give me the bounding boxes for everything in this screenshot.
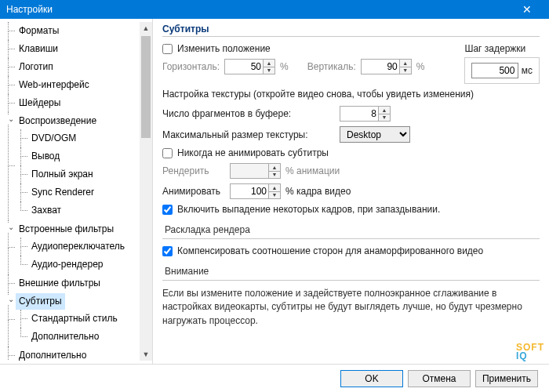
spinner[interactable]: ▲▼ [269, 163, 281, 179]
animate-label: Анимировать [162, 186, 225, 197]
tree-item[interactable]: Дополнительно [28, 328, 102, 345]
divider [162, 280, 540, 281]
dialog-footer: OK Отмена Применить [0, 364, 549, 392]
never-animate-checkbox[interactable] [162, 148, 173, 158]
never-animate-label: Никогда не анимировать субтитры [177, 147, 329, 158]
tree-item[interactable]: Web-интерфейс [16, 77, 93, 93]
tree-item[interactable]: Встроенные фильтры [16, 221, 117, 238]
cancel-button[interactable]: Отмена [408, 370, 471, 387]
tree-item[interactable]: Захват [28, 202, 64, 219]
buffer-label: Число фрагментов в буфере: [162, 108, 335, 119]
nav-tree: Форматы Клавиши Логотип Web-интерфейс Ше… [0, 22, 152, 361]
vertical-input[interactable] [361, 59, 400, 74]
tree-item[interactable]: Стандартный стиль [28, 310, 121, 327]
tree-item[interactable]: Логотип [16, 59, 56, 75]
ok-button[interactable]: OK [340, 370, 403, 387]
compensate-label: Компенсировать соотношение сторон для ан… [177, 245, 483, 256]
titlebar: Настройки ✕ [0, 0, 549, 19]
nav-tree-pane: Форматы Клавиши Логотип Web-интерфейс Ше… [0, 19, 153, 364]
vertical-label: Вертикаль: [307, 61, 356, 72]
divider [162, 238, 540, 239]
render-input[interactable] [230, 163, 269, 179]
scroll-down-icon[interactable]: ▼ [140, 348, 152, 361]
tree-item[interactable]: Форматы [16, 23, 62, 39]
chevron-down-icon[interactable]: ⌄ [6, 296, 15, 304]
spinner[interactable]: ▲▼ [379, 106, 391, 122]
spinner[interactable]: ▲▼ [264, 59, 275, 74]
allow-drop-label: Включить выпадение некоторых кадров, при… [177, 204, 440, 215]
settings-panel: Субтитры Изменить положение Горизонталь:… [153, 19, 549, 364]
chevron-down-icon[interactable]: ⌄ [6, 115, 15, 124]
delay-step-input[interactable] [471, 63, 518, 78]
delay-unit: мс [522, 65, 533, 76]
chevron-down-icon[interactable]: ⌄ [6, 223, 15, 232]
maxsize-label: Максимальный размер текстуры: [162, 129, 335, 140]
apply-button[interactable]: Применить [475, 370, 538, 387]
render-label: Рендерить [162, 165, 225, 176]
tree-item[interactable]: Полный экран [28, 166, 96, 183]
tree-item[interactable]: Вывод [28, 148, 63, 165]
tree-item[interactable]: Дополнительно [16, 347, 89, 361]
tree-item[interactable]: DVD/OGM [28, 130, 79, 147]
horizontal-label: Горизонталь: [162, 61, 220, 72]
scroll-up-icon[interactable]: ▲ [140, 22, 152, 34]
render-layout-title: Раскладка рендера [162, 224, 540, 235]
compensate-checkbox[interactable] [162, 246, 173, 256]
tree-item-playback[interactable]: Воспроизведение [16, 113, 100, 129]
tree-item[interactable]: Шейдеры [16, 95, 64, 111]
window-title: Настройки [6, 4, 53, 15]
change-position-label: Изменить положение [177, 43, 271, 54]
tree-item[interactable]: Аудио-рендерер [28, 256, 107, 273]
buffer-input[interactable] [340, 106, 379, 122]
horizontal-input[interactable] [224, 59, 264, 74]
divider [162, 36, 540, 37]
maxsize-select[interactable]: Desktop [340, 126, 410, 143]
tree-item-subtitles[interactable]: Субтитры [16, 293, 65, 310]
tree-item[interactable]: Клавиши [16, 41, 61, 57]
spinner[interactable]: ▲▼ [269, 183, 281, 199]
attention-title: Внимание [162, 266, 540, 277]
scroll-thumb[interactable] [141, 36, 151, 138]
change-position-checkbox[interactable] [162, 44, 173, 54]
delay-step-label: Шаг задержки [464, 43, 540, 54]
tree-item[interactable]: Sync Renderer [28, 184, 97, 201]
tree-item[interactable]: Внешние фильтры [16, 275, 104, 292]
close-icon[interactable]: ✕ [511, 3, 543, 16]
tree-item[interactable]: Аудиопереключатель [28, 238, 128, 255]
allow-drop-checkbox[interactable] [162, 205, 173, 215]
texture-intro: Настройка текстуры (откройте видео снова… [162, 89, 540, 100]
animate-input[interactable] [230, 183, 269, 199]
spinner[interactable]: ▲▼ [400, 59, 412, 74]
attention-body: Если вы измените положение и задействует… [162, 287, 540, 328]
panel-title: Субтитры [162, 24, 540, 34]
tree-scrollbar[interactable]: ▲ ▼ [140, 22, 152, 361]
